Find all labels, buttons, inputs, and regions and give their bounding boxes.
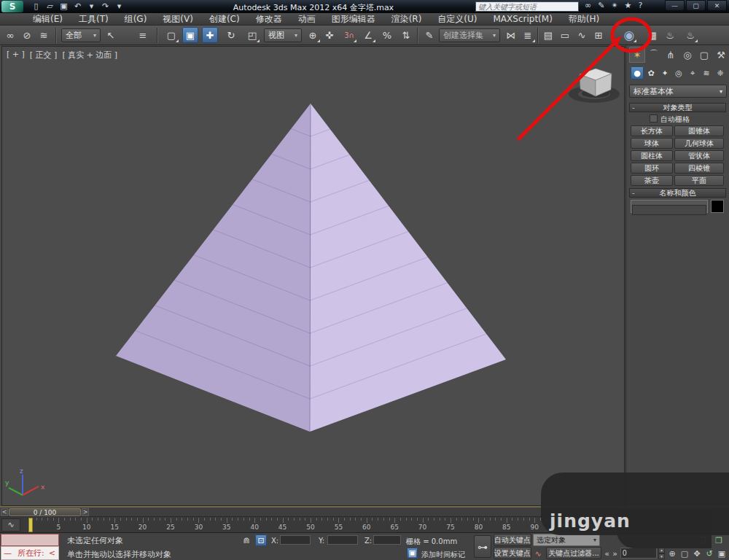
render-setup-icon[interactable]: ▦	[644, 27, 660, 43]
subcategory-cameras-icon[interactable]: ◎	[672, 66, 685, 79]
subcategory-systems-icon[interactable]: ❈	[714, 66, 727, 79]
key-mode-wave-icon[interactable]: ∿	[533, 548, 543, 559]
current-frame-marker[interactable]	[28, 518, 33, 532]
subscription-icon[interactable]: ✎	[598, 1, 604, 10]
time-slider-handle[interactable]: 0 / 100	[9, 508, 81, 516]
app-menu-button[interactable]: S	[1, 1, 23, 12]
primitive-pyramid-button[interactable]: 四棱锥	[674, 163, 724, 174]
next-key-icon[interactable]: »	[611, 548, 619, 559]
subcategory-lights-icon[interactable]: ✦	[658, 66, 671, 79]
undo-caret-icon[interactable]: ▾	[85, 0, 98, 12]
orbit-icon[interactable]: ↺	[703, 548, 715, 559]
primitive-teapot-button[interactable]: 茶壶	[631, 175, 673, 186]
menu-graph-editors[interactable]: 图形编辑器	[324, 13, 383, 25]
frame-spinner[interactable]: ▴ ▾	[658, 547, 665, 559]
edit-named-selection-sets-icon[interactable]: ✎	[421, 27, 437, 43]
primitive-plane-button[interactable]: 平面	[674, 175, 724, 186]
communication-icon[interactable]: ✴	[611, 1, 617, 10]
z-coordinate-field[interactable]	[373, 535, 401, 545]
tab-utilities-icon[interactable]: ⚒	[713, 47, 729, 63]
select-and-scale-icon[interactable]: ◰	[244, 27, 260, 43]
menu-tools[interactable]: 工具(T)	[71, 13, 117, 25]
subcategory-spacewarps-icon[interactable]: ≋	[700, 66, 713, 79]
menu-help[interactable]: 帮助(H)	[561, 13, 607, 25]
x-coordinate-field[interactable]	[280, 535, 311, 545]
object-type-rollout-header[interactable]: - 对象类型	[629, 103, 726, 112]
maxscript-listener-white[interactable]: — 所在行: <	[1, 546, 59, 560]
primitive-tube-button[interactable]: 管状体	[674, 150, 724, 161]
pan-view-icon[interactable]: ✥	[691, 548, 703, 559]
previous-key-icon[interactable]: «	[603, 548, 611, 559]
pyramid-right-face[interactable]	[310, 104, 506, 432]
named-selection-sets-dropdown[interactable]: 创建选择集 ▾	[439, 28, 500, 42]
window-crossing-toggle-icon[interactable]: ▣	[182, 27, 198, 43]
y-coordinate-field[interactable]	[327, 535, 358, 545]
redo-icon[interactable]: ↷	[98, 0, 112, 12]
menu-create[interactable]: 创建(C)	[201, 13, 248, 25]
select-object-icon[interactable]: ↖	[103, 27, 119, 43]
tab-modify-icon[interactable]: ⌒	[646, 47, 662, 63]
menu-modifiers[interactable]: 修改器	[248, 13, 290, 25]
subcategory-helpers-icon[interactable]: ⌖	[686, 66, 699, 79]
curve-editor-icon[interactable]: ∿	[574, 27, 590, 43]
set-keys-button[interactable]: ⊶	[474, 535, 491, 558]
align-icon[interactable]: ≣	[520, 27, 536, 43]
select-and-move-icon[interactable]: ✚	[202, 27, 218, 43]
maximize-button[interactable]: ▢	[686, 0, 706, 11]
undo-icon[interactable]: ↶	[71, 0, 85, 12]
infocenter-search-input[interactable]	[475, 1, 579, 12]
open-file-icon[interactable]: ▱	[43, 0, 57, 12]
save-file-icon[interactable]: ▣	[57, 0, 71, 12]
bind-to-space-warp-icon[interactable]: ≋	[36, 27, 52, 43]
zoom-extents-all-icon[interactable]: ❐	[713, 534, 725, 546]
next-frame-button[interactable]: >	[82, 508, 89, 516]
previous-frame-button[interactable]: <	[1, 508, 8, 516]
reference-coordinate-dropdown[interactable]: 视图 ▾	[264, 28, 302, 42]
menu-customize[interactable]: 自定义(U)	[429, 13, 485, 25]
menu-maxscript[interactable]: MAXScript(M)	[486, 13, 561, 25]
rectangular-selection-region-icon[interactable]: ▢	[163, 27, 179, 43]
maximize-viewport-icon[interactable]: ▣	[716, 548, 728, 559]
primitive-geosphere-button[interactable]: 几何球体	[674, 138, 724, 149]
spinner-down-icon[interactable]: ▾	[658, 553, 665, 560]
close-button[interactable]: ✕	[707, 0, 727, 11]
unlink-selection-icon[interactable]: ⊘	[19, 27, 35, 43]
zoom-viewport-icon[interactable]: ⊕	[666, 548, 678, 559]
select-by-name-icon[interactable]: ≡	[135, 27, 151, 43]
menu-edit[interactable]: 编辑(E)	[25, 13, 71, 25]
menu-animation[interactable]: 动画	[290, 13, 324, 25]
pyramid-left-face[interactable]	[116, 104, 311, 432]
select-and-link-icon[interactable]: ∞	[2, 27, 18, 43]
name-color-rollout-header[interactable]: - 名称和颜色	[629, 188, 726, 198]
tab-hierarchy-icon[interactable]: ⋔	[663, 47, 679, 63]
angle-snap-toggle-icon[interactable]: ∠	[360, 27, 376, 43]
menu-views[interactable]: 视图(V)	[155, 13, 201, 25]
favorites-icon[interactable]: ★	[625, 1, 632, 10]
layer-manager-icon[interactable]: ▤	[540, 27, 556, 43]
object-name-input[interactable]	[632, 205, 706, 215]
pyramid-object[interactable]	[2, 47, 625, 507]
primitive-torus-button[interactable]: 圆环	[631, 163, 673, 174]
autogrid-checkbox[interactable]	[650, 114, 658, 122]
object-color-swatch[interactable]	[711, 200, 724, 213]
percent-snap-toggle-icon[interactable]: %	[379, 27, 395, 43]
rendered-frame-window-icon[interactable]: ♨	[662, 27, 678, 43]
keying-target-dropdown[interactable]: 选定对象 ▾	[533, 534, 600, 546]
menu-group[interactable]: 组(G)	[117, 13, 155, 25]
mirror-icon[interactable]: ⋈	[503, 27, 519, 43]
auto-key-button[interactable]: 自动关键点	[494, 534, 531, 546]
tab-motion-icon[interactable]: ◎	[679, 47, 695, 63]
key-filters-button[interactable]: 关键点过滤器...	[546, 547, 601, 559]
viewcube[interactable]	[561, 61, 628, 105]
absolute-mode-icon[interactable]: ⊡	[255, 534, 267, 546]
snap-toggle-3d-icon[interactable]: 3∩	[341, 27, 357, 43]
tab-display-icon[interactable]: ▢	[696, 47, 712, 63]
subcategory-shapes-icon[interactable]: ✿	[644, 66, 658, 79]
subcategory-geometry-icon[interactable]: ●	[631, 66, 644, 79]
viewport[interactable]: [ + ] [ 正交 ] [ 真实 + 边面 ] z x y	[1, 46, 625, 506]
select-and-manipulate-icon[interactable]: ✜	[321, 27, 338, 43]
selection-filter-dropdown[interactable]: 全部 ▾	[61, 28, 101, 42]
menu-rendering[interactable]: 渲染(R)	[383, 13, 430, 25]
render-production-icon[interactable]: ♨	[682, 27, 698, 43]
primitive-category-dropdown[interactable]: 标准基本体 ▾	[629, 85, 727, 98]
